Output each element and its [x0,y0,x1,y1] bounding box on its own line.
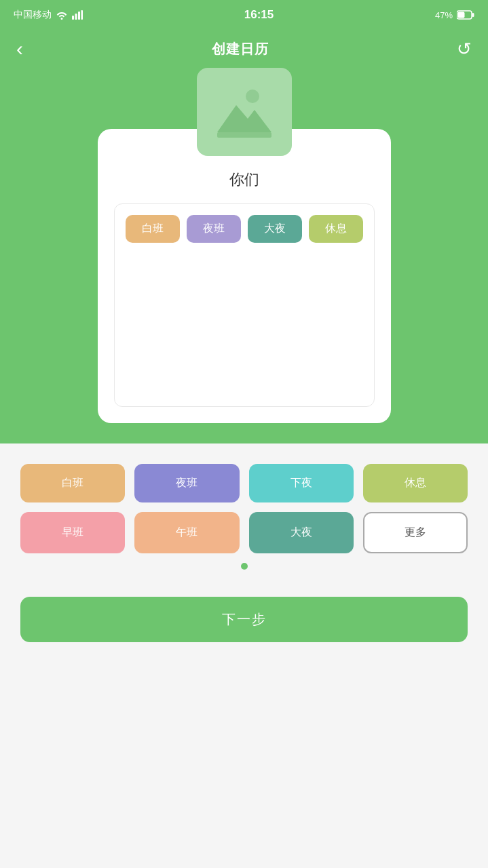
shift-btn-xiuxi[interactable]: 休息 [363,464,468,502]
green-area: 你们 白班 夜班 大夜 休息 [0,68,488,443]
header: ‹ 创建日历 ↺ [0,30,488,68]
svg-rect-2 [78,12,80,20]
status-right: 47% [435,10,474,20]
svg-rect-6 [457,12,464,18]
page-title: 创建日历 [212,40,269,58]
bottom-section: 白班 夜班 下夜 休息 早班 午班 大夜 更多 [0,443,488,597]
shift-btn-more[interactable]: 更多 [363,512,468,553]
status-bar: 中国移动 16:15 47% [0,0,488,30]
svg-rect-0 [72,16,74,20]
dot-0 [241,563,248,570]
battery-text: 47% [435,10,453,20]
shift-btn-zao[interactable]: 早班 [20,512,125,553]
calendar-name: 你们 [229,170,259,190]
carrier-text: 中国移动 [14,9,52,21]
shift-buttons-row2: 早班 午班 大夜 更多 [20,512,468,553]
battery-icon [457,10,474,20]
signal-icon [72,10,83,20]
shift-btn-daye[interactable]: 大夜 [249,512,354,553]
back-button[interactable]: ‹ [16,37,23,60]
svg-point-7 [246,90,259,103]
shift-btn-wu[interactable]: 午班 [134,512,239,553]
reset-button[interactable]: ↺ [457,39,472,60]
status-left: 中国移动 [14,9,83,21]
svg-rect-8 [217,132,271,138]
shift-buttons-row1: 白班 夜班 下夜 休息 [20,464,468,502]
selected-tags-container: 白班 夜班 大夜 休息 [126,215,363,243]
svg-rect-1 [75,14,77,20]
shift-btn-ye[interactable]: 夜班 [134,464,239,502]
selected-tag-ye[interactable]: 夜班 [187,215,241,243]
wifi-icon [56,10,68,20]
selected-tag-xiuxi[interactable]: 休息 [309,215,363,243]
next-button[interactable]: 下一步 [20,597,468,642]
svg-rect-5 [472,13,474,17]
white-card: 你们 白班 夜班 大夜 休息 [98,129,391,423]
page-indicator [20,563,468,570]
shift-btn-bai[interactable]: 白班 [20,464,125,502]
cover-image-placeholder[interactable] [197,68,292,156]
mountain-icon [210,81,278,142]
shift-tag-box: 白班 夜班 大夜 休息 [114,203,375,407]
status-time: 16:15 [244,8,274,22]
selected-tag-daye[interactable]: 大夜 [248,215,302,243]
shift-btn-xiaye[interactable]: 下夜 [249,464,354,502]
svg-rect-3 [81,10,83,20]
selected-tag-bai[interactable]: 白班 [126,215,180,243]
